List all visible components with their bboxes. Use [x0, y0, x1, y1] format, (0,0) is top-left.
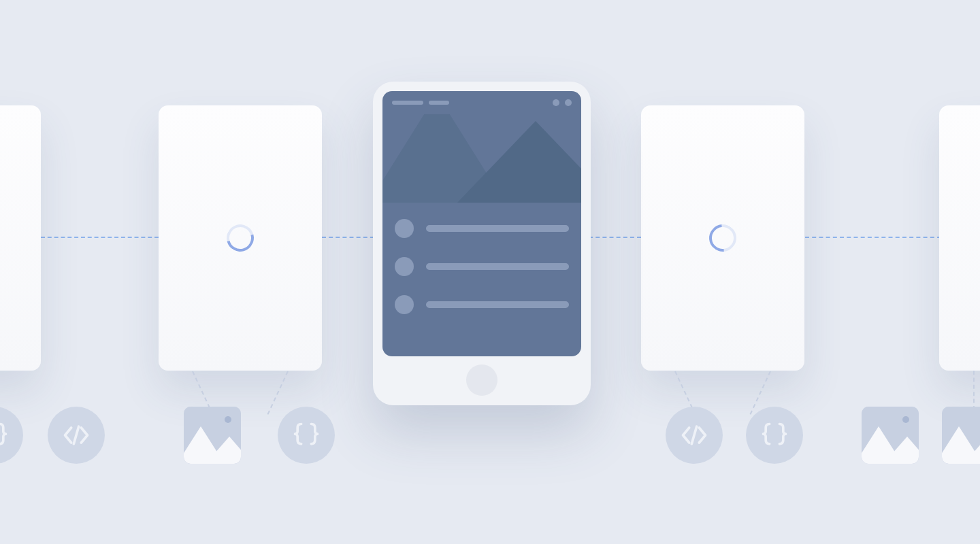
loading-card-left [159, 105, 322, 371]
phone-hero-image [382, 114, 581, 203]
image-thumbnail-icon [184, 407, 241, 464]
text-placeholder [426, 301, 569, 308]
list-item [395, 219, 569, 238]
illustration-stage [0, 0, 980, 544]
list-item [395, 295, 569, 314]
phone-topbar [382, 91, 581, 114]
list-item [395, 257, 569, 276]
connector-3 [582, 237, 641, 238]
topbar-line [392, 101, 423, 105]
connector-1 [41, 237, 159, 238]
code-braces-icon [0, 407, 23, 464]
svg-line-0 [74, 426, 78, 444]
bullet-icon [395, 257, 414, 276]
loading-card-far-right [939, 105, 980, 371]
phone-screen [382, 91, 581, 356]
topbar-dot [553, 99, 559, 106]
loading-card-right [641, 105, 804, 371]
connector-4 [805, 237, 941, 238]
svg-line-1 [691, 426, 696, 444]
code-tag-icon [48, 407, 105, 464]
spinner-icon [222, 220, 259, 257]
image-thumbnail-icon [862, 407, 919, 464]
topbar-dot [565, 99, 572, 106]
code-braces-icon [746, 407, 803, 464]
code-tag-icon [666, 407, 723, 464]
connector-down [973, 371, 975, 410]
phone-mockup [373, 82, 591, 405]
loading-card-far-left [0, 105, 41, 371]
connector-down [267, 371, 289, 415]
code-braces-icon [278, 407, 335, 464]
image-thumbnail-icon [942, 407, 980, 464]
home-button-icon [466, 364, 497, 396]
phone-list [382, 203, 581, 314]
text-placeholder [426, 263, 569, 270]
bullet-icon [395, 219, 414, 238]
topbar-line [429, 101, 449, 105]
text-placeholder [426, 225, 569, 232]
spinner-icon [704, 219, 742, 257]
connector-2 [322, 237, 381, 238]
bullet-icon [395, 295, 414, 314]
